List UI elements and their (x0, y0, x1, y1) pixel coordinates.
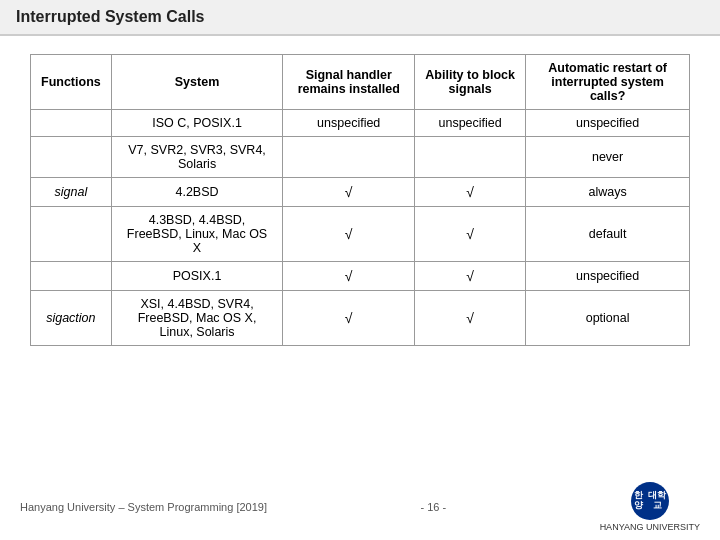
row-system-4: POSIX.1 (111, 262, 283, 291)
system-calls-table: Functions System Signal handler remains … (30, 54, 690, 346)
row-system-1: V7, SVR2, SVR3, SVR4, Solaris (111, 137, 283, 178)
row-bs-0: unspecified (415, 110, 526, 137)
row-sh-0: unspecified (283, 110, 415, 137)
row-bs-5: √ (415, 291, 526, 346)
table-row: signal 4.2BSD √ √ always (31, 178, 690, 207)
footer: Hanyang University – System Programming … (0, 482, 720, 532)
row-label-2: signal (31, 178, 112, 207)
row-bs-2: √ (415, 178, 526, 207)
row-label-0 (31, 110, 112, 137)
col-header-functions: Functions (31, 55, 112, 110)
table-row: V7, SVR2, SVR3, SVR4, Solaris never (31, 137, 690, 178)
row-restart-1: never (526, 137, 690, 178)
logo-text-line2: 대학교 (646, 491, 669, 511)
table-row: ISO C, POSIX.1 unspecified unspecified u… (31, 110, 690, 137)
row-system-3: 4.3BSD, 4.4BSD, FreeBSD, Linux, Mac OS X (111, 207, 283, 262)
university-logo: 한양 대학교 (631, 482, 669, 520)
footer-university: Hanyang University – System Programming … (20, 501, 267, 513)
main-content: Functions System Signal handler remains … (0, 36, 720, 356)
row-system-0: ISO C, POSIX.1 (111, 110, 283, 137)
table-row: sigaction XSI, 4.4BSD, SVR4, FreeBSD, Ma… (31, 291, 690, 346)
row-system-2: 4.2BSD (111, 178, 283, 207)
page-title: Interrupted System Calls (0, 0, 720, 36)
row-restart-3: default (526, 207, 690, 262)
row-label-3 (31, 207, 112, 262)
row-bs-1 (415, 137, 526, 178)
row-sh-3: √ (283, 207, 415, 262)
row-label-1 (31, 137, 112, 178)
row-sh-2: √ (283, 178, 415, 207)
row-sh-4: √ (283, 262, 415, 291)
col-header-signal-handler: Signal handler remains installed (283, 55, 415, 110)
logo-label: HANYANG UNIVERSITY (600, 522, 700, 532)
row-bs-3: √ (415, 207, 526, 262)
logo-container: 한양 대학교 HANYANG UNIVERSITY (600, 482, 700, 532)
col-header-restart: Automatic restart of interrupted system … (526, 55, 690, 110)
row-restart-5: optional (526, 291, 690, 346)
footer-page: - 16 - (420, 501, 446, 513)
row-restart-2: always (526, 178, 690, 207)
row-restart-0: unspecified (526, 110, 690, 137)
col-header-block-signals: Ability to block signals (415, 55, 526, 110)
row-restart-4: unspecified (526, 262, 690, 291)
row-label-5: sigaction (31, 291, 112, 346)
row-bs-4: √ (415, 262, 526, 291)
table-row: POSIX.1 √ √ unspecified (31, 262, 690, 291)
row-sh-1 (283, 137, 415, 178)
row-label-4 (31, 262, 112, 291)
logo-text-line1: 한양 (631, 491, 646, 511)
row-system-5: XSI, 4.4BSD, SVR4, FreeBSD, Mac OS X, Li… (111, 291, 283, 346)
row-sh-5: √ (283, 291, 415, 346)
table-row: 4.3BSD, 4.4BSD, FreeBSD, Linux, Mac OS X… (31, 207, 690, 262)
col-header-system: System (111, 55, 283, 110)
